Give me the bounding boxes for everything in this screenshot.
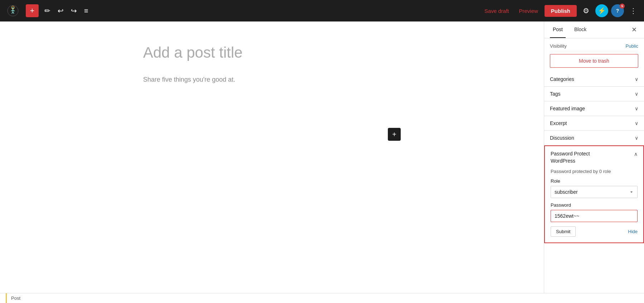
ppwp-body: Password protected by 0 role Role subscr… bbox=[545, 169, 643, 242]
visibility-value-button[interactable]: Public bbox=[626, 43, 638, 49]
sidebar-tab-bar: Post Block ✕ bbox=[544, 21, 644, 38]
list-view-icon: ≡ bbox=[84, 7, 88, 14]
notification-badge: 5 bbox=[620, 4, 625, 9]
gear-icon: ⚙ bbox=[583, 6, 589, 15]
sidebar-close-button[interactable]: ✕ bbox=[630, 24, 638, 35]
discussion-label: Discussion bbox=[550, 135, 574, 141]
sidebar-section-excerpt: Excerpt ∨ bbox=[544, 116, 644, 131]
password-label: Password bbox=[551, 202, 638, 208]
discussion-chevron-icon: ∨ bbox=[635, 135, 638, 141]
wp-logo bbox=[4, 0, 21, 21]
password-input[interactable] bbox=[551, 210, 638, 222]
post-title-field[interactable]: Add a post title bbox=[143, 43, 401, 63]
role-label: Role bbox=[551, 178, 638, 184]
sidebar-top-section: Visibility Public bbox=[544, 38, 644, 54]
visibility-label: Visibility bbox=[550, 43, 567, 49]
status-bar: Post bbox=[0, 293, 644, 303]
tab-post[interactable]: Post bbox=[550, 21, 566, 38]
preview-button[interactable]: Preview bbox=[515, 6, 541, 16]
redo-icon: ↪ bbox=[71, 7, 77, 14]
performance-button[interactable]: ⚡ bbox=[595, 4, 608, 17]
redo-button[interactable]: ↪ bbox=[68, 4, 80, 17]
excerpt-header[interactable]: Excerpt ∨ bbox=[544, 116, 644, 130]
wp-logo-inner bbox=[6, 4, 19, 17]
tab-block[interactable]: Block bbox=[571, 21, 589, 38]
tags-label: Tags bbox=[550, 91, 561, 97]
ppwp-header[interactable]: Password Protect WordPress ∧ bbox=[545, 146, 643, 169]
featured-image-label: Featured image bbox=[550, 106, 585, 111]
tags-header[interactable]: Tags ∨ bbox=[544, 87, 644, 101]
ppwp-title: Password Protect WordPress bbox=[551, 150, 590, 164]
close-icon: ✕ bbox=[631, 26, 637, 33]
save-draft-button[interactable]: Save draft bbox=[481, 6, 512, 16]
sidebar-section-categories: Categories ∨ bbox=[544, 72, 644, 87]
ppwp-hide-button[interactable]: Hide bbox=[628, 229, 638, 234]
ppwp-section: Password Protect WordPress ∧ Password pr… bbox=[544, 145, 644, 243]
help-icon: ? bbox=[616, 8, 619, 14]
undo-icon: ↩ bbox=[58, 7, 64, 14]
help-button[interactable]: ? 5 bbox=[611, 4, 624, 17]
main-area: Add a post title Share five things you'r… bbox=[0, 21, 644, 293]
toolbar-right: Save draft Preview Publish ⚙ ⚡ ? 5 ⋮ bbox=[481, 4, 640, 17]
featured-image-chevron-icon: ∨ bbox=[635, 106, 638, 111]
add-block-inline-button[interactable]: + bbox=[388, 128, 401, 141]
undo-button[interactable]: ↩ bbox=[55, 4, 67, 17]
role-select[interactable]: subscriber contributor author editor adm… bbox=[551, 186, 638, 198]
add-block-toolbar-button[interactable]: + bbox=[26, 4, 39, 17]
site-logo-icon bbox=[7, 5, 19, 16]
ppwp-actions: Submit Hide bbox=[551, 226, 638, 237]
bolt-icon: ⚡ bbox=[598, 7, 606, 15]
ppwp-submit-button[interactable]: Submit bbox=[551, 226, 576, 237]
publish-button[interactable]: Publish bbox=[545, 5, 577, 17]
move-to-trash-button[interactable]: Move to trash bbox=[550, 54, 638, 68]
pencil-icon: ✏ bbox=[44, 7, 50, 14]
excerpt-chevron-icon: ∨ bbox=[635, 120, 638, 126]
more-options-button[interactable]: ⋮ bbox=[627, 4, 640, 17]
categories-header[interactable]: Categories ∨ bbox=[544, 72, 644, 86]
ppwp-status-text: Password protected by 0 role bbox=[551, 169, 638, 174]
plus-icon: + bbox=[30, 6, 35, 15]
tools-button[interactable]: ✏ bbox=[42, 4, 53, 17]
sidebar-section-featured-image: Featured image ∨ bbox=[544, 101, 644, 116]
plus-inline-icon: + bbox=[392, 130, 396, 139]
categories-label: Categories bbox=[550, 76, 574, 82]
featured-image-header[interactable]: Featured image ∨ bbox=[544, 101, 644, 116]
tags-chevron-icon: ∨ bbox=[635, 91, 638, 97]
toolbar-left: + ✏ ↩ ↪ ≡ bbox=[4, 0, 91, 21]
ppwp-chevron-icon: ∧ bbox=[634, 151, 638, 157]
excerpt-label: Excerpt bbox=[550, 120, 567, 126]
post-body-field[interactable]: Share five things you're good at. bbox=[143, 74, 401, 85]
settings-button[interactable]: ⚙ bbox=[580, 4, 592, 17]
visibility-row: Visibility Public bbox=[550, 41, 638, 51]
status-bar-post-label: Post bbox=[11, 295, 20, 301]
status-bar-indicator bbox=[6, 293, 7, 303]
categories-chevron-icon: ∨ bbox=[635, 76, 638, 82]
discussion-header[interactable]: Discussion ∨ bbox=[544, 131, 644, 145]
sidebar-section-tags: Tags ∨ bbox=[544, 87, 644, 101]
editor-content: Add a post title Share five things you'r… bbox=[143, 43, 401, 141]
toolbar: + ✏ ↩ ↪ ≡ Save draft Preview Publish ⚙ ⚡… bbox=[0, 0, 644, 21]
editor-area[interactable]: Add a post title Share five things you'r… bbox=[0, 21, 544, 293]
more-vertical-icon: ⋮ bbox=[630, 6, 637, 15]
sidebar-section-discussion: Discussion ∨ bbox=[544, 131, 644, 145]
list-view-button[interactable]: ≡ bbox=[81, 4, 91, 17]
sidebar: Post Block ✕ Visibility Public Move to t… bbox=[544, 21, 644, 293]
